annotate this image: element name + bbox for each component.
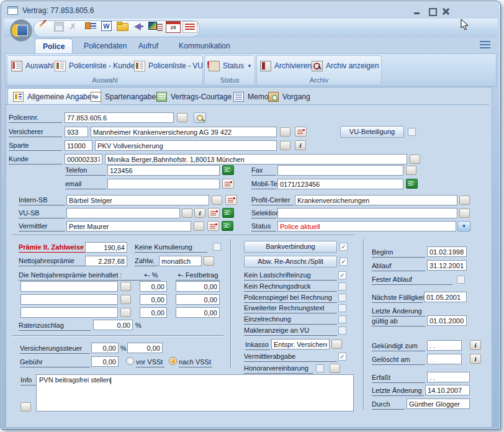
gekuendigt-input[interactable] bbox=[427, 340, 462, 351]
sparte-info-button[interactable]: i bbox=[295, 140, 306, 150]
profit-center-browse-button[interactable] bbox=[459, 196, 470, 205]
beinhaltet-row3-pct-input[interactable] bbox=[140, 307, 167, 318]
vu-sb-info-button[interactable]: i bbox=[194, 208, 205, 218]
beinhaltet-row2-text-input[interactable] bbox=[20, 294, 118, 305]
policenliste-kunde-button[interactable]: Policenliste - Kunde bbox=[55, 59, 135, 73]
menu-hamburger-icon[interactable] bbox=[480, 41, 490, 48]
erfasst-input[interactable] bbox=[427, 372, 470, 382]
kunde-name-input[interactable] bbox=[105, 154, 407, 164]
page-tab-vertrags-courtage[interactable]: Vertrags-Courtage bbox=[151, 89, 236, 104]
bankverbindung-button[interactable]: Bankverbindung bbox=[244, 241, 337, 253]
abw-re-anschr-button[interactable]: Abw. Re-Anschr./Split bbox=[244, 256, 337, 268]
policennr-search-button[interactable] bbox=[194, 112, 206, 123]
beginn-input[interactable] bbox=[427, 246, 467, 257]
versicherer-browse-button[interactable] bbox=[280, 127, 290, 137]
vu-sb-detail-list-icon[interactable] bbox=[208, 208, 220, 218]
delete-icon[interactable] bbox=[66, 21, 80, 32]
nach-vsst-radio[interactable] bbox=[169, 357, 177, 365]
fester-ablauf-checkbox[interactable] bbox=[457, 276, 465, 284]
auswahl-button[interactable]: Auswahl bbox=[11, 59, 53, 73]
edit-pencil-icon[interactable] bbox=[37, 21, 50, 32]
beinhaltet-row2-pct-input[interactable] bbox=[140, 294, 167, 305]
zahlweise-input[interactable] bbox=[159, 256, 202, 266]
beinhaltet-row3-browse-button[interactable] bbox=[120, 308, 131, 317]
mobil-input[interactable] bbox=[277, 179, 403, 189]
gebuehr-input[interactable] bbox=[91, 356, 119, 367]
sparte-name-input[interactable] bbox=[95, 140, 277, 151]
selektion-browse-button[interactable] bbox=[459, 209, 470, 218]
info-browse-button[interactable] bbox=[20, 402, 31, 412]
selektion-input[interactable] bbox=[277, 208, 457, 218]
keine-kumulierung-checkbox[interactable] bbox=[213, 243, 221, 251]
fax-input[interactable] bbox=[277, 165, 403, 176]
versicherer-detail-list-icon[interactable] bbox=[295, 127, 307, 137]
beinhaltet-row1-fest-input[interactable] bbox=[176, 281, 220, 292]
vermittler-input[interactable] bbox=[66, 221, 191, 232]
vu-sb-input[interactable] bbox=[66, 208, 180, 218]
telefon-dial-icon[interactable]: ✆ bbox=[222, 165, 234, 175]
kunde-browse-button[interactable] bbox=[410, 155, 420, 164]
mobil-dial-icon[interactable]: ✆ bbox=[406, 179, 418, 189]
versicherer-code-input[interactable] bbox=[65, 127, 88, 137]
policennr-browse-button[interactable] bbox=[177, 113, 187, 122]
tab-aufruf[interactable]: Aufruf bbox=[131, 38, 166, 53]
beinhaltet-row2-fest-input[interactable] bbox=[176, 294, 220, 305]
kunde-code-input[interactable] bbox=[65, 154, 102, 164]
status-dropdown-button[interactable]: Status ▼ bbox=[209, 59, 252, 73]
geloescht-input[interactable] bbox=[427, 354, 462, 364]
ablauf-input[interactable] bbox=[427, 260, 467, 271]
info-textarea[interactable]: PVN beitragsfrei stellen bbox=[36, 374, 354, 412]
archivieren-button[interactable]: Archivieren bbox=[260, 59, 312, 73]
vermittler-detail-list-icon[interactable] bbox=[207, 221, 219, 231]
close-button[interactable] bbox=[441, 7, 451, 16]
inkasso-input[interactable] bbox=[271, 339, 330, 349]
sparte-code-input[interactable] bbox=[65, 140, 92, 151]
netto-input[interactable] bbox=[85, 256, 127, 266]
status-dropdown-arrow-button[interactable]: ▼ bbox=[457, 221, 470, 232]
calendar-icon[interactable]: 25 bbox=[166, 21, 181, 33]
task-list-icon[interactable] bbox=[182, 21, 197, 33]
send-flag-icon[interactable] bbox=[132, 21, 145, 32]
vu-sb-browse-button[interactable] bbox=[182, 209, 192, 218]
einzelrechnung-checkbox[interactable] bbox=[338, 315, 346, 323]
vermittler-browse-button[interactable] bbox=[194, 222, 204, 231]
kein-lastschrifteinzug-checkbox[interactable]: ✓ bbox=[338, 271, 346, 279]
zahlweise-browse-button[interactable] bbox=[204, 256, 214, 266]
beinhaltet-row3-fest-input[interactable] bbox=[176, 307, 220, 318]
letzte-aenderung-input[interactable] bbox=[425, 385, 470, 395]
abw-re-anschr-checkbox[interactable]: ✓ bbox=[340, 258, 348, 266]
telefon-input[interactable] bbox=[107, 165, 220, 176]
steuer-pct-input[interactable] bbox=[91, 343, 119, 353]
email-detail-list-icon[interactable] bbox=[222, 179, 234, 189]
policenspiegel-checkbox[interactable] bbox=[338, 294, 346, 302]
sparte-browse-button[interactable] bbox=[280, 141, 290, 150]
contacts-list-icon[interactable] bbox=[84, 21, 97, 32]
archiv-anzeigen-button[interactable]: Archiv anzeigen bbox=[312, 59, 379, 73]
gekuendigt-info-button[interactable]: i bbox=[470, 340, 481, 350]
vermittler-dial-icon[interactable]: ✆ bbox=[222, 221, 233, 231]
erweiterter-rechnungstext-checkbox[interactable] bbox=[338, 304, 346, 312]
vu-beteiligung-checkbox[interactable] bbox=[408, 128, 416, 136]
minimize-button[interactable] bbox=[413, 7, 423, 16]
fax-browse-button[interactable] bbox=[406, 166, 416, 175]
report-screen-icon[interactable] bbox=[148, 21, 161, 32]
faelligkeit-input[interactable] bbox=[424, 292, 467, 302]
versicherer-name-input[interactable] bbox=[91, 127, 277, 137]
intern-sb-input[interactable] bbox=[66, 195, 209, 205]
bankverbindung-checkbox[interactable]: ✓ bbox=[340, 243, 348, 251]
kein-rechnungsdruck-checkbox[interactable] bbox=[338, 282, 346, 290]
makleranzeige-checkbox[interactable] bbox=[338, 326, 346, 335]
tab-police[interactable]: Police bbox=[35, 38, 73, 54]
vermittlerabgabe-checkbox[interactable]: ✓ bbox=[338, 353, 346, 361]
open-folder-icon[interactable] bbox=[115, 21, 129, 32]
title-bar[interactable]: Vertrag: 77.853.605.6 bbox=[4, 4, 498, 19]
beinhaltet-row1-text-input[interactable] bbox=[20, 281, 118, 292]
policenliste-vu-button[interactable]: Policenliste - VU bbox=[134, 59, 203, 73]
inkasso-browse-button[interactable] bbox=[331, 340, 342, 349]
durch-input[interactable] bbox=[407, 398, 470, 409]
honorarvereinbarung-browse-button[interactable] bbox=[330, 364, 340, 373]
status-input[interactable] bbox=[277, 221, 456, 232]
vu-beteiligung-button[interactable]: VU-Beteiligung bbox=[340, 126, 404, 138]
word-export-icon[interactable] bbox=[100, 21, 114, 32]
maximize-button[interactable] bbox=[428, 7, 438, 16]
